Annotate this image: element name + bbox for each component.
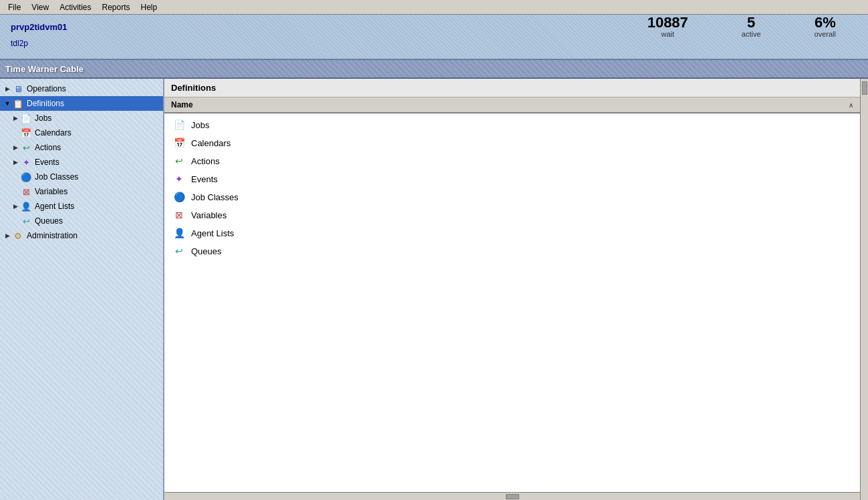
- panel-actions-icon: ↩: [172, 155, 186, 167]
- server-name: prvp2tidvm01: [11, 22, 67, 32]
- jobclasses-label: Job Classes: [35, 172, 78, 182]
- sidebar-item-calendars[interactable]: 📅 Calendars: [0, 126, 163, 140]
- definitions-arrow: ▼: [3, 99, 12, 108]
- stat-wait: 10887 wait: [647, 15, 688, 38]
- calendars-icon: 📅: [20, 128, 32, 138]
- panel-item-jobs[interactable]: 📄 Jobs: [171, 116, 853, 134]
- stat-active-value: 5: [742, 15, 761, 30]
- jobs-arrow: ▶: [11, 113, 20, 123]
- panel-events-label: Events: [191, 174, 218, 184]
- panel-header: Name ∧: [164, 97, 860, 113]
- menu-view[interactable]: View: [26, 1, 54, 13]
- actions-icon: ↩: [20, 142, 32, 153]
- panel-list: 📄 Jobs 📅 Calendars ↩ Actions ✦ Events 🔵: [164, 113, 860, 492]
- menu-bar: File View Activities Reports Help: [0, 0, 868, 15]
- panel-calendars-label: Calendars: [191, 138, 231, 148]
- panel-queues-icon: ↩: [172, 245, 186, 257]
- right-panel: Definitions Name ∧ 📄 Jobs 📅 Calendars ↩ …: [164, 79, 860, 500]
- panel-calendars-icon: 📅: [172, 137, 186, 149]
- panel-jobclasses-icon: 🔵: [172, 191, 186, 203]
- definitions-icon: 📋: [12, 98, 24, 109]
- menu-file[interactable]: File: [3, 1, 26, 13]
- name-column-header: Name: [171, 100, 849, 109]
- horizontal-scroll-thumb[interactable]: [506, 494, 519, 499]
- brand-bar: Time Warner Cable: [0, 60, 868, 79]
- sidebar-item-queues[interactable]: ↩ Queues: [0, 214, 163, 228]
- panel-agentlists-label: Agent Lists: [191, 228, 234, 238]
- sidebar-item-actions[interactable]: ▶ ↩ Actions: [0, 140, 163, 155]
- sidebar-item-variables[interactable]: ⊠ Variables: [0, 184, 163, 199]
- queues-label: Queues: [35, 216, 63, 226]
- definitions-label: Definitions: [27, 99, 64, 108]
- top-stats: 10887 wait 5 active 6% overall: [647, 15, 863, 38]
- stat-wait-value: 10887: [647, 15, 688, 30]
- operations-label: Operations: [27, 84, 66, 93]
- agentlists-icon: 👤: [20, 201, 32, 212]
- sidebar-item-jobs[interactable]: ▶ 📄 Jobs: [0, 111, 163, 126]
- events-arrow: ▶: [11, 158, 20, 167]
- panel-jobclasses-label: Job Classes: [191, 192, 239, 202]
- sidebar: ▶ 🖥 Operations ▼ 📋 Definitions ▶ 📄 Jobs …: [0, 79, 164, 500]
- administration-icon: ⚙: [12, 230, 24, 241]
- panel-variables-label: Variables: [191, 210, 227, 220]
- operations-icon: 🖥: [12, 83, 24, 94]
- panel-jobs-label: Jobs: [191, 120, 209, 130]
- panel-events-icon: ✦: [172, 173, 186, 185]
- jobclasses-arrow: [11, 172, 20, 182]
- calendars-label: Calendars: [35, 128, 71, 138]
- panel-item-jobclasses[interactable]: 🔵 Job Classes: [171, 188, 853, 206]
- panel-item-calendars[interactable]: 📅 Calendars: [171, 134, 853, 152]
- jobclasses-icon: 🔵: [20, 172, 32, 182]
- menu-activities[interactable]: Activities: [54, 1, 96, 13]
- top-bar: prvp2tidvm01 10887 wait 5 active 6% over…: [0, 15, 868, 60]
- sidebar-item-agentlists[interactable]: ▶ 👤 Agent Lists: [0, 199, 163, 214]
- events-label: Events: [35, 158, 59, 167]
- stat-overall-value: 6%: [815, 15, 836, 30]
- panel-title: Definitions: [164, 79, 860, 97]
- panel-item-agentlists[interactable]: 👤 Agent Lists: [171, 224, 853, 242]
- variables-arrow: [11, 187, 20, 196]
- sidebar-item-definitions[interactable]: ▼ 📋 Definitions: [0, 96, 163, 111]
- panel-queues-label: Queues: [191, 246, 222, 256]
- main-content: ▶ 🖥 Operations ▼ 📋 Definitions ▶ 📄 Jobs …: [0, 79, 868, 500]
- events-icon: ✦: [20, 157, 32, 168]
- sidebar-item-operations[interactable]: ▶ 🖥 Operations: [0, 81, 163, 96]
- bottom-scrollbar[interactable]: [164, 492, 860, 500]
- actions-label: Actions: [35, 143, 61, 152]
- panel-jobs-icon: 📄: [172, 119, 186, 131]
- calendars-arrow: [11, 128, 20, 138]
- jobs-label: Jobs: [35, 113, 51, 123]
- right-scrollbar[interactable]: [860, 79, 868, 500]
- sidebar-item-events[interactable]: ▶ ✦ Events: [0, 155, 163, 170]
- panel-agentlists-icon: 👤: [172, 227, 186, 239]
- stat-active: 5 active: [742, 15, 761, 38]
- agentlists-arrow: ▶: [11, 202, 20, 211]
- top-bar-row2: tdl2p: [0, 36, 868, 51]
- panel-item-queues[interactable]: ↩ Queues: [171, 242, 853, 260]
- sort-icon[interactable]: ∧: [849, 101, 853, 109]
- instance-name: tdl2p: [11, 39, 28, 48]
- brand-text: Time Warner Cable: [5, 64, 84, 74]
- sidebar-item-administration[interactable]: ▶ ⚙ Administration: [0, 228, 163, 243]
- menu-help[interactable]: Help: [136, 1, 163, 13]
- actions-arrow: ▶: [11, 143, 20, 152]
- jobs-icon: 📄: [20, 113, 32, 123]
- menu-reports[interactable]: Reports: [96, 1, 135, 13]
- panel-variables-icon: ⊠: [172, 209, 186, 221]
- queues-arrow: [11, 216, 20, 226]
- operations-arrow: ▶: [3, 84, 12, 93]
- agentlists-label: Agent Lists: [35, 202, 74, 211]
- variables-icon: ⊠: [20, 186, 32, 197]
- administration-arrow: ▶: [3, 231, 12, 240]
- panel-item-actions[interactable]: ↩ Actions: [171, 152, 853, 170]
- stat-overall: 6% overall: [815, 15, 836, 38]
- queues-icon: ↩: [20, 216, 32, 226]
- panel-item-variables[interactable]: ⊠ Variables: [171, 206, 853, 224]
- panel-actions-label: Actions: [191, 156, 220, 166]
- top-bar-row1: prvp2tidvm01 10887 wait 5 active 6% over…: [0, 17, 868, 36]
- sidebar-item-jobclasses[interactable]: 🔵 Job Classes: [0, 170, 163, 184]
- vertical-scroll-thumb[interactable]: [862, 81, 867, 95]
- administration-label: Administration: [27, 231, 78, 240]
- panel-item-events[interactable]: ✦ Events: [171, 170, 853, 188]
- variables-label: Variables: [35, 187, 67, 196]
